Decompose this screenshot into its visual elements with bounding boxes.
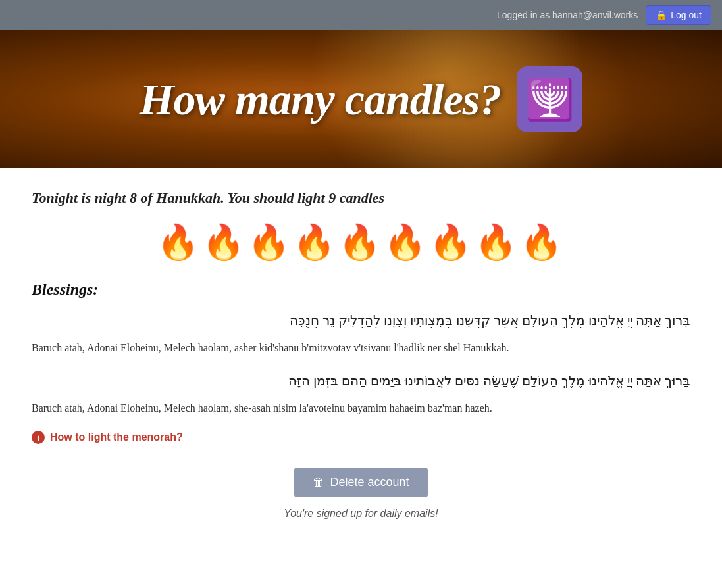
lock-icon: 🔒 [656, 10, 667, 20]
delete-account-section: 🗑 Delete account [32, 468, 690, 497]
blessing1-hebrew: בָּרוּךְ אַתָּה יְיָ אֱלֹהֵינוּ מֶלֶךְ ה… [32, 310, 690, 330]
blessings-header: Blessings: [32, 281, 690, 299]
hero-title: How many candles? [140, 74, 502, 126]
blessing1-english: Baruch atah, Adonai Eloheinu, Melech hao… [32, 339, 690, 356]
info-icon: i [32, 431, 45, 444]
main-content: Tonight is night 8 of Hanukkah. You shou… [0, 168, 722, 541]
candles-row: 🔥🔥🔥🔥🔥🔥🔥🔥🔥 [32, 222, 690, 262]
hero-banner: How many candles? 🕎 [0, 30, 722, 168]
trash-icon: 🗑 [313, 476, 324, 489]
delete-account-button[interactable]: 🗑 Delete account [294, 468, 427, 497]
blessing2-english: Baruch atah, Adonai Eloheinu, Melech hao… [32, 400, 690, 417]
menorah-icon: 🕎 [517, 66, 582, 132]
night-info: Tonight is night 8 of Hanukkah. You shou… [32, 189, 690, 207]
logged-in-text: Logged in as hannah@anvil.works [497, 10, 638, 20]
logout-label: Log out [671, 10, 702, 20]
logout-button[interactable]: 🔒 Log out [646, 5, 711, 25]
delete-account-label: Delete account [330, 476, 409, 489]
how-to-menorah-link[interactable]: How to light the menorah? [50, 431, 183, 443]
topbar: Logged in as hannah@anvil.works 🔒 Log ou… [0, 0, 722, 30]
blessing2-hebrew: בָּרוּךְ אַתָּה יְיָ אֱלֹהֵינוּ מֶלֶךְ ה… [32, 371, 690, 391]
signup-text: You're signed up for daily emails! [32, 508, 690, 520]
hero-content: How many candles? 🕎 [140, 66, 583, 132]
how-to-link-row: i How to light the menorah? [32, 431, 690, 444]
